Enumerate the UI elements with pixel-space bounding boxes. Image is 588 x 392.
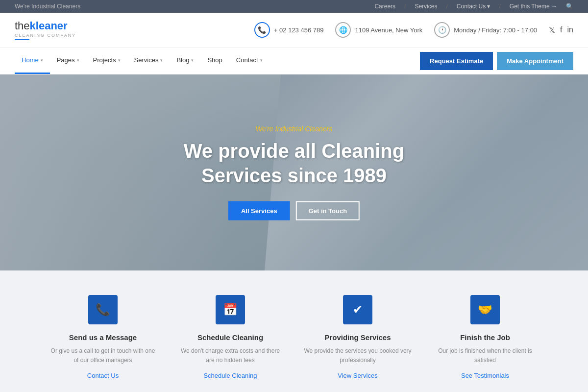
finish-icon-box: 🤝: [470, 295, 500, 324]
top-nav-theme[interactable]: Get this Theme →: [510, 3, 557, 10]
nav-contact[interactable]: Contact ▾: [229, 48, 270, 74]
hero-get-in-touch-button[interactable]: Get in Touch: [296, 201, 360, 220]
top-nav-services[interactable]: Services: [415, 3, 437, 10]
feature-schedule-title: Schedule Cleaning: [176, 333, 284, 342]
twitter-icon[interactable]: 𝕏: [549, 25, 555, 35]
hero-section: We're Industrial Cleaners We provide all…: [0, 74, 588, 270]
logo-text: thekleaner: [15, 20, 76, 32]
contact-phone: 📞 + 02 123 456 789: [254, 22, 324, 38]
feature-message-desc: Or give us a call to get in touch with o…: [49, 346, 157, 365]
feature-finish-desc: Our job is finished when the client is s…: [431, 346, 539, 365]
header: thekleaner CLEANING COMPANY 📞 + 02 123 4…: [0, 13, 588, 48]
schedule-icon-box: 📅: [216, 295, 245, 324]
feature-services-desc: We provide the services you booked very …: [304, 346, 412, 365]
feature-finish: 🤝 Finish the Job Our job is finished whe…: [421, 295, 549, 380]
nav-blog[interactable]: Blog ▾: [170, 48, 200, 74]
feature-message: 📞 Send us a Message Or give us a call to…: [39, 295, 167, 380]
hours-text: Monday / Friday: 7:00 - 17:00: [454, 26, 537, 34]
top-nav-careers[interactable]: Careers: [374, 3, 395, 10]
phone-number: + 02 123 456 789: [274, 26, 324, 34]
feature-finish-title: Finish the Job: [431, 333, 539, 342]
location-icon: 🌐: [335, 22, 351, 38]
address-text: 1109 Avenue, New York: [355, 26, 422, 34]
feature-schedule-link[interactable]: Schedule Cleaning: [203, 372, 257, 379]
feature-schedule: 📅 Schedule Cleaning We don't charge extr…: [167, 295, 294, 380]
feature-services-link[interactable]: View Services: [338, 372, 377, 379]
nav-buttons: Request Estimate Make Appointment: [420, 52, 573, 70]
nav-services[interactable]: Services ▾: [127, 48, 170, 74]
nav-projects[interactable]: Projects ▾: [86, 48, 127, 74]
top-bar-nav: Careers / Services / Contact Us ▾ / Get …: [374, 3, 573, 10]
hero-buttons: All Services Get in Touch: [184, 201, 404, 220]
header-contacts: 📞 + 02 123 456 789 🌐 1109 Avenue, New Yo…: [254, 22, 573, 38]
hero-title-line2: Services since 1989: [201, 165, 387, 186]
feature-services: ✔ Providing Services We provide the serv…: [294, 295, 421, 380]
logo: thekleaner CLEANING COMPANY: [15, 20, 76, 40]
clock-icon: 🕐: [434, 22, 450, 38]
social-icons: 𝕏 f in: [549, 25, 573, 35]
hero-all-services-button[interactable]: All Services: [228, 201, 290, 220]
contact-hours: 🕐 Monday / Friday: 7:00 - 17:00: [434, 22, 537, 38]
feature-message-link[interactable]: Contact Us: [87, 372, 119, 379]
nav-bar: Home ▾ Pages ▾ Projects ▾ Services ▾ Blo…: [0, 48, 588, 74]
services-icon-box: ✔: [343, 295, 372, 324]
message-icon-box: 📞: [88, 295, 118, 324]
nav-pages[interactable]: Pages ▾: [50, 48, 86, 74]
hero-title: We provide all Cleaning Services since 1…: [184, 139, 404, 188]
phone-icon: 📞: [254, 22, 270, 38]
request-estimate-button[interactable]: Request Estimate: [420, 52, 493, 70]
contact-address: 🌐 1109 Avenue, New York: [335, 22, 422, 38]
make-appointment-button[interactable]: Make Appointment: [497, 52, 573, 70]
hero-tagline: We're Industrial Cleaners: [184, 125, 404, 133]
nav-shop[interactable]: Shop: [200, 48, 229, 74]
logo-sub: CLEANING COMPANY: [15, 33, 76, 38]
hero-title-line1: We provide all Cleaning: [184, 140, 404, 162]
search-icon[interactable]: 🔍: [566, 3, 573, 10]
hero-content: We're Industrial Cleaners We provide all…: [184, 125, 404, 220]
nav-links: Home ▾ Pages ▾ Projects ▾ Services ▾ Blo…: [15, 48, 270, 74]
logo-underline: [15, 39, 29, 40]
features-section: 📞 Send us a Message Or give us a call to…: [0, 270, 588, 392]
feature-message-title: Send us a Message: [49, 333, 157, 342]
facebook-icon[interactable]: f: [560, 25, 562, 35]
nav-home[interactable]: Home ▾: [15, 48, 50, 74]
feature-schedule-desc: We don't charge extra costs and there ar…: [176, 346, 284, 365]
top-bar: We're Industrial Cleaners Careers / Serv…: [0, 0, 588, 13]
linkedin-icon[interactable]: in: [567, 25, 573, 35]
feature-services-title: Providing Services: [304, 333, 412, 342]
feature-finish-link[interactable]: See Testimonials: [461, 372, 509, 379]
top-bar-tagline: We're Industrial Cleaners: [15, 3, 80, 10]
top-nav-contact[interactable]: Contact Us ▾: [457, 3, 490, 10]
